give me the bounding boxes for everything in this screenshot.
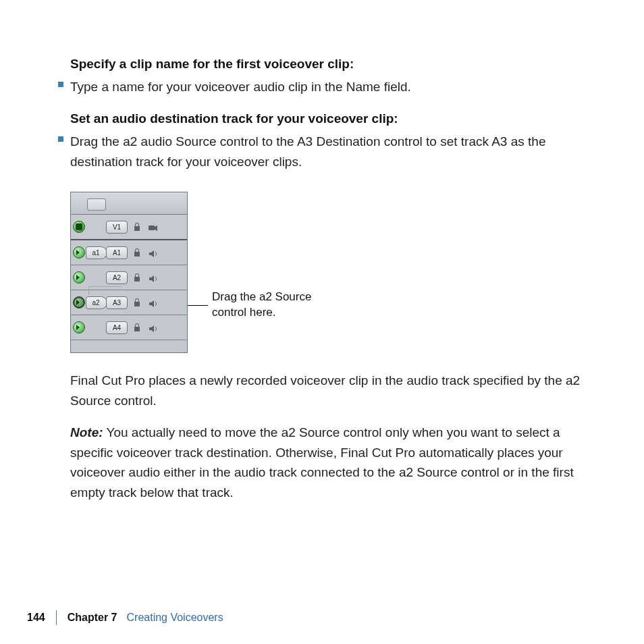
chapter-name: Creating Voiceovers	[127, 612, 223, 624]
audio-enable-icon[interactable]	[73, 271, 85, 284]
source-control-a1[interactable]: a1	[86, 246, 107, 259]
note-paragraph: Note: You actually need to move the a2 S…	[70, 423, 590, 502]
dest-control-a3[interactable]: A3	[106, 296, 128, 309]
square-bullet-icon	[58, 136, 63, 142]
dest-control-v1[interactable]: V1	[106, 221, 128, 234]
lock-icon	[133, 248, 141, 257]
speaker-icon	[149, 248, 158, 257]
page-footer: 144 Chapter 7 Creating Voiceovers	[27, 610, 223, 625]
page-number: 144	[27, 612, 45, 624]
svg-rect-0	[149, 225, 155, 230]
bullet-item: Type a name for your voiceover audio cli…	[58, 77, 590, 97]
bullet-text: Type a name for your voiceover audio cli…	[70, 77, 590, 97]
speaker-icon	[149, 298, 158, 306]
track-row-a4[interactable]: A4	[71, 315, 187, 340]
callout: Drag the a2 Source control here.	[188, 290, 340, 321]
callout-leader-line	[188, 305, 208, 306]
audio-enable-icon[interactable]	[73, 321, 85, 333]
lock-icon	[133, 323, 141, 332]
lock-icon	[133, 298, 141, 307]
visibility-icon	[149, 223, 158, 231]
source-control-a2[interactable]: a2	[86, 296, 107, 309]
bullet-item: Drag the a2 audio Source control to the …	[58, 132, 590, 171]
speaker-icon	[149, 323, 158, 331]
audio-enable-icon[interactable]	[73, 246, 85, 259]
lock-slot[interactable]	[129, 222, 145, 232]
video-enable-icon[interactable]	[73, 221, 85, 233]
dest-slot[interactable]: V1	[106, 221, 129, 234]
audio-enable-icon[interactable]	[73, 296, 85, 308]
speaker-icon	[149, 273, 158, 281]
callout-text: Drag the a2 Source control here.	[212, 290, 340, 321]
vis-slot[interactable]	[145, 223, 161, 231]
document-page: Specify a clip name for the first voiceo…	[0, 0, 644, 644]
panel-header	[71, 192, 187, 215]
dest-control-a1[interactable]: A1	[106, 246, 128, 259]
track-indicator	[71, 221, 87, 233]
bullet-text: Drag the a2 audio Source control to the …	[70, 132, 590, 171]
track-row-a1[interactable]: a1 A1	[71, 240, 187, 265]
heading-destination: Set an audio destination track for your …	[70, 111, 590, 126]
lock-icon	[133, 222, 141, 232]
heading-clipname: Specify a clip name for the first voiceo…	[70, 57, 590, 72]
note-label: Note:	[70, 425, 103, 439]
track-patch-panel: V1 a1 A1 A2 a2 A3	[70, 192, 188, 353]
figure: V1 a1 A1 A2 a2 A3	[70, 192, 590, 353]
track-row-v1[interactable]: V1	[71, 215, 187, 240]
square-bullet-icon	[58, 82, 63, 87]
footer-divider	[56, 610, 57, 625]
lock-icon	[133, 273, 141, 282]
body-paragraph: Final Cut Pro places a newly recorded vo…	[70, 371, 590, 410]
track-row-a3[interactable]: a2 A3	[71, 290, 187, 315]
dest-control-a4[interactable]: A4	[106, 321, 128, 334]
chapter-label: Chapter 7	[68, 612, 117, 624]
note-body: You actually need to move the a2 Source …	[70, 425, 574, 499]
dest-control-a2[interactable]: A2	[106, 271, 128, 284]
